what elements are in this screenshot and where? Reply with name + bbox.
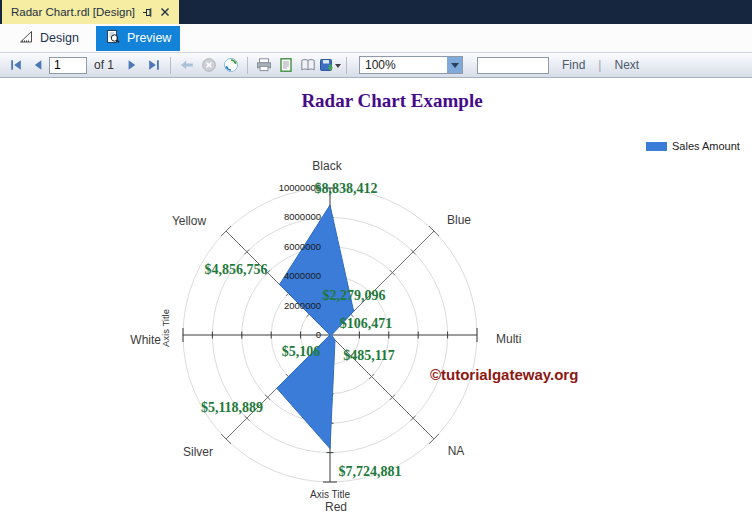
tab-preview[interactable]: Preview xyxy=(96,26,180,51)
design-label: Design xyxy=(40,31,79,45)
value-axis-label: 8000000 xyxy=(284,211,321,222)
data-label: $485,117 xyxy=(343,348,395,363)
stop-button[interactable] xyxy=(198,55,220,75)
preview-label: Preview xyxy=(127,31,171,45)
preview-icon xyxy=(105,29,121,48)
design-icon xyxy=(18,29,34,48)
category-label: Silver xyxy=(183,445,213,459)
last-page-button[interactable] xyxy=(143,55,165,75)
print-layout-button[interactable] xyxy=(275,55,297,75)
previous-page-button[interactable] xyxy=(27,55,49,75)
export-button[interactable] xyxy=(319,55,341,75)
document-tab[interactable]: Radar Chart.rdl [Design] xyxy=(2,0,179,24)
first-page-button[interactable] xyxy=(5,55,27,75)
search-input[interactable] xyxy=(477,57,549,74)
zoom-value: 100% xyxy=(360,58,447,72)
pin-icon[interactable] xyxy=(142,7,153,18)
value-axis-label: 2000000 xyxy=(284,300,321,311)
last-page-icon xyxy=(146,57,162,73)
zoom-select[interactable]: 100% xyxy=(359,56,463,74)
print-layout-icon xyxy=(278,57,294,73)
find-next-separator: | xyxy=(598,58,601,72)
document-tab-bar: Radar Chart.rdl [Design] xyxy=(0,0,752,24)
export-icon xyxy=(319,58,334,73)
page-setup-button[interactable] xyxy=(297,55,319,75)
data-label: $5,106 xyxy=(282,344,321,359)
view-mode-bar: Design Preview xyxy=(0,24,752,52)
category-label: Multi xyxy=(496,332,521,346)
close-icon[interactable] xyxy=(160,7,170,17)
report-designer-window: Radar Chart.rdl [Design] Design Preview xyxy=(0,0,752,532)
watermark-text: ©tutorialgateway.org xyxy=(430,366,578,383)
value-axis-label: 0 xyxy=(316,329,321,340)
print-button[interactable] xyxy=(253,55,275,75)
axis-title-bottom: Axis Title xyxy=(310,489,350,500)
category-label: Blue xyxy=(447,213,471,227)
page-number-input[interactable] xyxy=(49,57,87,74)
category-label: Yellow xyxy=(172,214,207,228)
data-label: $8,838,412 xyxy=(315,181,378,196)
back-button[interactable] xyxy=(176,55,198,75)
data-label: $5,118,889 xyxy=(201,400,263,415)
refresh-icon xyxy=(223,57,239,73)
report-preview-area: Radar Chart Example Sales Amount 0200000… xyxy=(0,78,752,532)
category-label: Red xyxy=(325,500,347,514)
refresh-button[interactable] xyxy=(220,55,242,75)
category-label: White xyxy=(130,333,161,347)
report-viewer-toolbar: of 1 100% xyxy=(0,52,752,78)
document-tab-title: Radar Chart.rdl [Design] xyxy=(11,6,135,18)
value-axis-label: 4000000 xyxy=(284,270,321,281)
next-page-icon xyxy=(124,57,140,73)
find-next-button[interactable]: Next xyxy=(614,58,639,72)
page-setup-icon xyxy=(299,57,317,73)
back-icon xyxy=(179,57,195,73)
data-label: $7,724,881 xyxy=(339,464,402,479)
toolbar-separator xyxy=(170,57,171,74)
data-label: $4,856,756 xyxy=(205,262,268,277)
axis-title-vertical: Axis Title xyxy=(160,309,171,347)
previous-page-icon xyxy=(30,57,46,73)
print-icon xyxy=(256,57,272,73)
radar-chart: 0200000040000006000000800000010000000Bla… xyxy=(0,78,752,532)
toolbar-separator xyxy=(346,57,347,74)
first-page-icon xyxy=(8,57,24,73)
tab-design[interactable]: Design xyxy=(9,26,88,51)
data-label: $106,471 xyxy=(340,316,393,331)
category-label: NA xyxy=(448,444,465,458)
toolbar-separator xyxy=(247,57,248,74)
stop-icon xyxy=(201,57,217,73)
value-axis-label: 6000000 xyxy=(284,241,321,252)
zoom-dropdown-icon[interactable] xyxy=(447,57,462,73)
category-label: Black xyxy=(312,159,342,173)
find-button[interactable]: Find xyxy=(562,58,585,72)
data-label: $2,279,096 xyxy=(323,288,386,303)
next-page-button[interactable] xyxy=(121,55,143,75)
page-count-label: of 1 xyxy=(94,58,114,72)
